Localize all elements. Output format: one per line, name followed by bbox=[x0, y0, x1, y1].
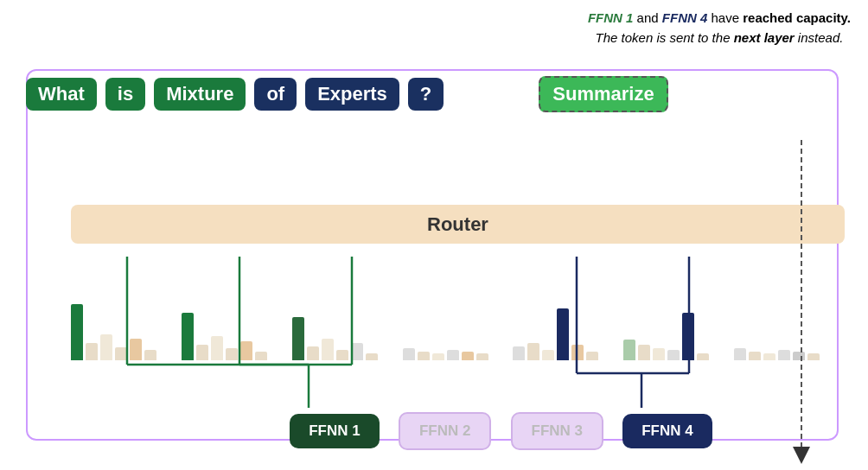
bar bbox=[807, 353, 820, 360]
bar bbox=[432, 353, 444, 360]
bar-group-5 bbox=[513, 308, 623, 360]
bar bbox=[462, 352, 474, 360]
bar bbox=[322, 339, 334, 360]
bar-group-3 bbox=[292, 317, 403, 360]
bar bbox=[667, 350, 680, 360]
bar bbox=[100, 334, 112, 360]
bar bbox=[226, 348, 238, 360]
bar bbox=[682, 313, 694, 360]
ffnn2-node: FFNN 2 bbox=[399, 412, 492, 450]
bar bbox=[255, 352, 267, 360]
bar bbox=[71, 304, 83, 360]
bar bbox=[476, 353, 488, 360]
bar bbox=[571, 345, 584, 360]
annotation-text: FFNN 1 and FFNN 4 have reached capacity.… bbox=[588, 9, 851, 48]
main-container: Router bbox=[26, 69, 839, 441]
ffnn3-node: FFNN 3 bbox=[511, 412, 604, 450]
bar bbox=[240, 341, 252, 360]
bar bbox=[778, 350, 790, 360]
bar-group-4 bbox=[403, 348, 514, 360]
bar bbox=[211, 336, 223, 360]
bar-group-2 bbox=[182, 313, 292, 360]
bar bbox=[542, 350, 554, 360]
bar bbox=[403, 348, 415, 360]
bar bbox=[763, 353, 775, 360]
token-of: of bbox=[254, 78, 297, 111]
bar bbox=[638, 345, 650, 360]
bar bbox=[144, 350, 156, 360]
token-mixture: Mixture bbox=[154, 78, 246, 111]
bar bbox=[557, 308, 569, 360]
bar bbox=[623, 340, 635, 360]
bar bbox=[196, 345, 208, 360]
token-what: What bbox=[26, 78, 97, 111]
bar-group-1 bbox=[71, 304, 182, 360]
bar bbox=[513, 346, 525, 360]
bar bbox=[734, 348, 746, 360]
token-question: ? bbox=[408, 78, 444, 111]
bar bbox=[351, 343, 363, 360]
bar bbox=[307, 346, 319, 360]
bar bbox=[336, 350, 348, 360]
token-is: is bbox=[105, 78, 145, 111]
bar bbox=[130, 339, 142, 360]
tokens-row: What is Mixture of Experts ? Summarize bbox=[26, 76, 668, 112]
router-box: Router bbox=[71, 205, 845, 244]
ffnn1-label: FFNN 1 bbox=[588, 10, 634, 25]
token-summarize: Summarize bbox=[539, 76, 667, 112]
token-experts: Experts bbox=[305, 78, 399, 111]
router-label: Router bbox=[427, 213, 488, 236]
bar-group-7 bbox=[734, 348, 845, 360]
bar-group-6 bbox=[623, 313, 734, 360]
ffnn1-node: FFNN 1 bbox=[290, 414, 380, 448]
bar bbox=[292, 317, 304, 360]
ffnn4-node: FFNN 4 bbox=[622, 414, 712, 448]
bar bbox=[749, 352, 761, 360]
bar bbox=[653, 348, 665, 360]
bar bbox=[697, 353, 709, 360]
bar bbox=[366, 353, 378, 360]
bar bbox=[418, 352, 430, 360]
bar bbox=[793, 352, 805, 360]
bar bbox=[527, 343, 539, 360]
bar bbox=[586, 352, 598, 360]
bar bbox=[447, 350, 459, 360]
bar bbox=[115, 347, 127, 360]
ffnn-row: FFNN 1 FFNN 2 FFNN 3 FFNN 4 bbox=[71, 412, 845, 450]
bars-area bbox=[71, 257, 845, 360]
bar bbox=[182, 313, 194, 360]
ffnn4-label: FFNN 4 bbox=[662, 10, 708, 25]
bar bbox=[86, 343, 98, 360]
